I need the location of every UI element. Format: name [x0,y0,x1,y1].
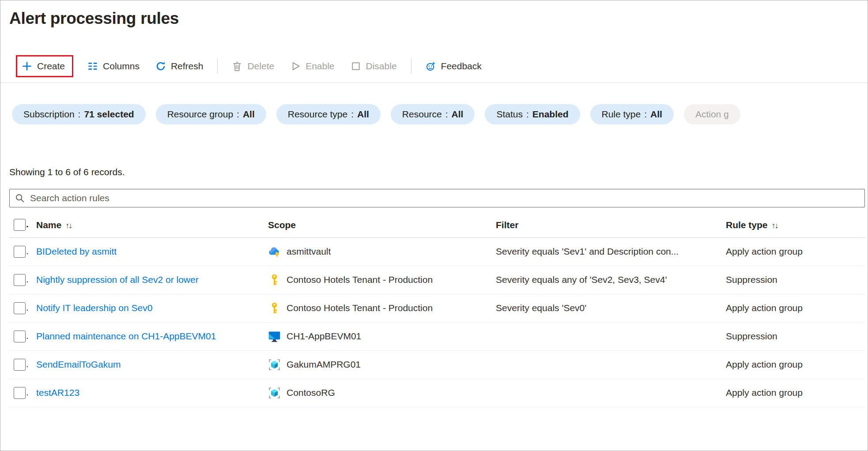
refresh-icon [155,61,166,71]
column-header-label: Rule type [726,220,768,230]
filter-pill-subscription[interactable]: Subscription : 71 selected [12,104,146,124]
filter-cell: Severity equals any of 'Sev2, Sev3, Sev4… [489,266,719,294]
pill-label: Resource group [167,109,233,120]
filter-cell [489,379,719,407]
scope-label: CH1-AppBEVM01 [287,331,361,342]
search-icon [15,193,25,203]
feedback-smiley-icon [426,61,436,71]
rule-type-cell: Suppression [719,322,865,350]
row-checkbox[interactable] [14,302,26,314]
scope-label: ContosoRG [287,387,335,398]
sort-arrows-icon: ↑↓ [65,221,72,230]
create-button[interactable]: Create [21,59,66,73]
pill-separator: : [526,109,529,120]
delete-button-label: Delete [247,61,274,71]
row-checkbox[interactable] [14,359,26,371]
rule-name-link[interactable]: Notify IT leadership on Sev0 [36,303,152,313]
pill-separator: : [351,109,354,120]
column-header-rule-type[interactable]: Rule type↑↓ [719,213,865,237]
pill-value: All [357,109,369,120]
pill-separator: : [237,109,239,120]
pill-value: All [452,109,464,120]
filter-cell [489,350,719,379]
create-highlight-annotation: Create [16,55,73,77]
filter-pill-resource-type[interactable]: Resource type : All [276,104,381,124]
search-input[interactable] [30,193,859,203]
pill-value: All [243,109,255,120]
column-header-name[interactable]: Name↑↓ [30,213,261,237]
pill-separator: : [445,109,448,120]
column-header-filter[interactable]: Filter [489,213,719,237]
column-header-scope[interactable]: Scope [261,213,489,237]
filter-cell: Severity equals 'Sev0' [489,294,719,322]
delete-button[interactable]: Delete [230,58,276,74]
disable-button[interactable]: Disable [349,58,399,74]
pill-label: Resource [402,109,442,120]
column-header-label: Scope [268,220,296,230]
scope-label: GakumAMPRG01 [287,359,361,370]
enable-button[interactable]: Enable [288,58,336,74]
rule-type-cell: Suppression [719,266,865,294]
row-checkbox[interactable] [14,246,26,258]
table-row: Planned maintenance on CH1-AppBEVM01 CH1… [9,322,865,350]
key-icon [268,274,281,286]
play-icon [290,61,301,71]
rule-name-link[interactable]: testAR123 [36,387,79,398]
rule-name-link[interactable]: BIDeleted by asmitt [36,246,117,256]
column-header-label: Name [36,220,61,230]
rule-name-link[interactable]: SendEmailToGakum [36,359,121,369]
filter-cell [489,322,719,350]
table-row: BIDeleted by asmitt asmittvault Severity… [9,237,865,266]
pill-value: 71 selected [84,109,134,120]
pill-separator: : [78,109,81,120]
sort-arrows-icon: ↑↓ [772,221,778,230]
table-row: testAR123 ContosoRG Apply action group [9,379,865,407]
filter-pill-resource[interactable]: Resource : All [391,104,475,124]
table-row: Notify IT leadership on Sev0 Contoso Hot… [9,294,865,322]
feedback-button[interactable]: Feedback [424,58,483,74]
toolbar: Create Columns Refresh Delete Enable [0,55,868,83]
rules-table: Name↑↓ Scope Filter Rule type↑↓ BI [9,213,865,407]
row-checkbox[interactable] [14,331,26,342]
pill-label: Status [496,109,523,120]
rule-type-cell: Apply action group [719,379,865,407]
feedback-button-label: Feedback [441,61,482,71]
rule-type-cell: Apply action group [719,237,865,266]
filter-pill-status[interactable]: Status : Enabled [485,104,580,124]
records-count-text: Showing 1 to 6 of 6 records. [9,167,868,177]
toolbar-divider [411,59,411,74]
table-row: SendEmailToGakum GakumAMPRG01 Apply acti… [9,350,865,379]
pill-value: All [650,109,662,120]
select-all-checkbox[interactable] [14,219,26,231]
plus-icon [22,61,32,71]
table-row: Nightly suppression of all Sev2 or lower… [9,266,865,294]
scope-label: Contoso Hotels Tenant - Production [287,274,433,285]
toolbar-divider [217,59,218,74]
virtual-machine-icon [268,330,281,343]
rule-name-link[interactable]: Planned maintenance on CH1-AppBEVM01 [36,331,216,341]
table-header-row: Name↑↓ Scope Filter Rule type↑↓ [9,213,865,237]
page-title: Alert processing rules [9,8,868,29]
rule-type-cell: Apply action group [719,350,865,379]
filter-pill-action-group-truncated[interactable]: Action g [684,104,740,124]
filter-pill-resource-group[interactable]: Resource group : All [156,104,266,124]
row-checkbox[interactable] [14,274,26,286]
stop-square-icon [351,61,361,71]
resource-group-icon [268,358,281,371]
column-header-label: Filter [496,220,518,230]
columns-button[interactable]: Columns [86,58,141,74]
pill-separator: : [644,109,647,120]
row-checkbox[interactable] [14,387,26,399]
key-vault-icon [268,245,281,258]
filter-pill-bar: Subscription : 71 selected Resource grou… [12,104,868,124]
refresh-button[interactable]: Refresh [154,58,205,74]
columns-button-label: Columns [103,61,140,71]
columns-icon [87,61,98,71]
pill-label: Resource type [288,109,347,120]
refresh-button-label: Refresh [171,61,204,71]
rule-name-link[interactable]: Nightly suppression of all Sev2 or lower [36,274,199,285]
filter-pill-rule-type[interactable]: Rule type : All [590,104,674,124]
pill-label: Action g [695,109,729,120]
scope-label: Contoso Hotels Tenant - Production [287,303,433,313]
alert-processing-rules-page: Alert processing rules Create Columns Re… [0,0,868,451]
